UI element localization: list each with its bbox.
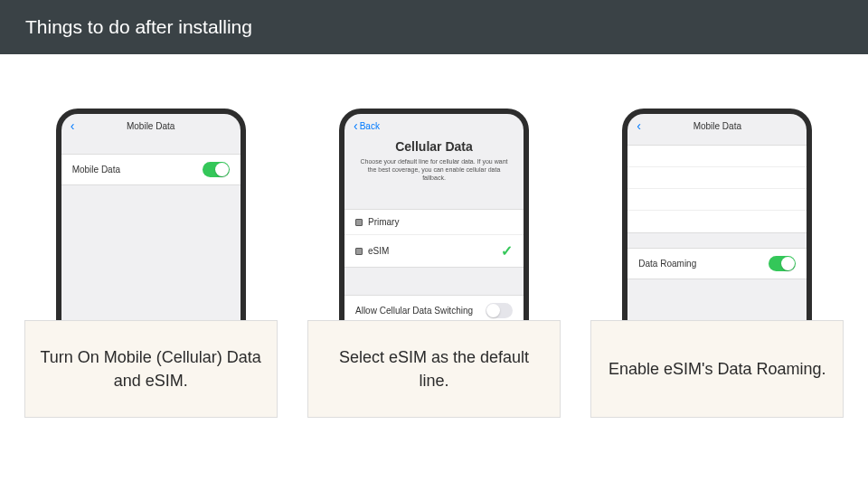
screen-title: Cellular Data (344, 139, 524, 154)
empty-row (627, 211, 807, 232)
caption: Enable eSIM's Data Roaming. (590, 320, 844, 418)
roaming-toggle[interactable] (769, 256, 796, 271)
empty-list (627, 145, 807, 233)
row-label: Mobile Data (72, 165, 120, 175)
row-allow-switching[interactable]: Allow Cellular Data Switching (344, 296, 524, 321)
nav-title: Mobile Data (127, 121, 175, 131)
empty-row (627, 189, 807, 211)
row-label: Data Roaming (638, 259, 696, 269)
back-label: Back (360, 121, 380, 131)
phone-screen: ‹Back Cellular Data Choose your default … (344, 114, 524, 321)
roaming-list: Data Roaming (627, 248, 807, 279)
nav-bar: ‹ Mobile Data (627, 114, 807, 137)
phone-screen: ‹ Mobile Data Data Roaming (627, 114, 807, 321)
nav-bar: ‹ Mobile Data (61, 114, 241, 137)
row-mobile-data[interactable]: Mobile Data (61, 155, 241, 184)
mobile-data-toggle[interactable] (203, 162, 230, 177)
page-header: Things to do after installing (0, 0, 868, 54)
back-icon[interactable]: ‹ (71, 118, 75, 133)
switching-toggle[interactable] (486, 303, 513, 318)
empty-row (627, 146, 807, 167)
card-default-line: ‹Back Cellular Data Choose your default … (312, 109, 556, 418)
empty-row (627, 167, 807, 189)
sim-icon (355, 219, 363, 226)
back-button[interactable]: ‹Back (354, 118, 380, 133)
option-primary[interactable]: Primary (344, 210, 524, 235)
screen-subtitle: Choose your default line for cellular da… (344, 157, 524, 191)
card-mobile-data: ‹ Mobile Data Mobile Data Turn On Mobile… (29, 109, 273, 418)
nav-title: Mobile Data (693, 121, 741, 131)
caption: Turn On Mobile (Cellular) Data and eSIM. (24, 320, 278, 418)
page-title: Things to do after installing (25, 16, 252, 37)
phone-frame: ‹Back Cellular Data Choose your default … (339, 109, 529, 321)
checkmark-icon: ✓ (501, 242, 513, 260)
nav-bar: ‹Back (344, 114, 524, 137)
phone-frame: ‹ Mobile Data Data Roaming (622, 109, 812, 321)
row-label: Allow Cellular Data Switching (355, 306, 473, 316)
option-label: eSIM (368, 246, 389, 256)
card-data-roaming: ‹ Mobile Data Data Roaming (595, 109, 839, 418)
options-list: Primary eSIM ✓ (344, 209, 524, 268)
sim-icon (355, 248, 363, 255)
option-esim[interactable]: eSIM ✓ (344, 235, 524, 267)
settings-list: Mobile Data (61, 154, 241, 185)
phone-frame: ‹ Mobile Data Mobile Data (56, 109, 246, 321)
cards-row: ‹ Mobile Data Mobile Data Turn On Mobile… (0, 54, 868, 418)
option-label: Primary (368, 217, 399, 227)
phone-screen: ‹ Mobile Data Mobile Data (61, 114, 241, 321)
back-icon[interactable]: ‹ (637, 118, 641, 133)
caption: Select eSIM as the default line. (307, 320, 561, 418)
row-data-roaming[interactable]: Data Roaming (627, 249, 807, 279)
switch-list: Allow Cellular Data Switching (344, 295, 524, 321)
